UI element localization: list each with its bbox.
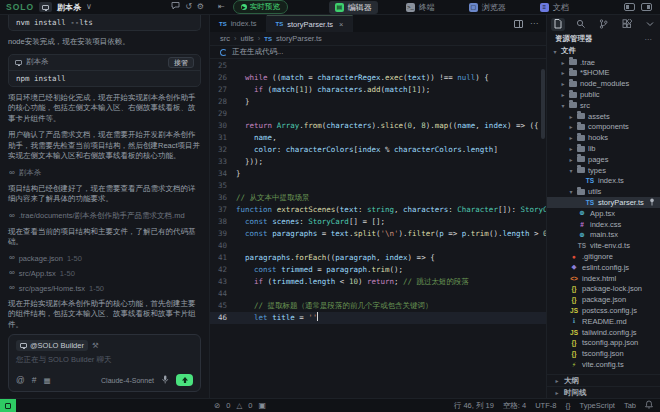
tree-item-*$HOME[interactable]: ▸*$HOME (547, 68, 660, 79)
tree-item-utils[interactable]: ▾utils (547, 186, 660, 197)
file-reference[interactable]: ∞src/App.tsx1-50 (9, 269, 200, 278)
chevron-down-icon[interactable]: ∨ (86, 2, 92, 12)
tree-item-vite-env.d.ts[interactable]: TSvite-env.d.ts (547, 240, 660, 251)
tree-item-lib[interactable]: ▸lib (547, 143, 660, 154)
model-selector[interactable]: Claude-4-Sonnet (101, 377, 154, 384)
file-reference[interactable]: ∞.trae/documents/剧本杀创作助手产品需求文档.md (9, 211, 200, 221)
breadcrumb-utils[interactable]: utils (241, 34, 254, 43)
tree-item-vite.config.ts[interactable]: ⚡vite.config.ts (547, 359, 660, 370)
chevron-down-icon[interactable] (643, 18, 657, 31)
agent-chip[interactable]: @SOLO Builder (16, 340, 88, 351)
terminal-command[interactable]: npm install (9, 71, 200, 86)
file-reference[interactable]: ∞package.json1-50 (9, 254, 200, 263)
code-line[interactable]: 33 })); (210, 156, 546, 168)
image-attach-icon[interactable]: ▦ (43, 376, 50, 385)
take-over-button[interactable]: 接管 (168, 57, 194, 68)
code-line[interactable]: 45 // 提取标题（通常是段落的前几个字或包含关键词） (210, 300, 546, 312)
status-item[interactable]: Tab (624, 401, 636, 410)
tree-item-index.css[interactable]: #index.css (547, 219, 660, 230)
workspace-tab-终端[interactable]: >_终端 (400, 1, 441, 14)
code-line[interactable]: 36// 从文本中提取场景 (210, 192, 546, 204)
editor-tab-storyParser.ts[interactable]: TSstoryParser.ts× (267, 15, 354, 32)
code-line[interactable]: 37function extractScenes(text: string, c… (210, 204, 546, 216)
new-chat-icon[interactable] (171, 1, 180, 13)
tree-item-assets[interactable]: ▸assets (547, 111, 660, 122)
ports-icon[interactable]: ▣ (258, 401, 266, 410)
problems-summary[interactable]: ⊘ 0 △ 0 ▣ (214, 401, 266, 410)
code-line[interactable]: 43 if (trimmed.length < 10) return; // 跳… (210, 276, 546, 288)
code-line[interactable]: 31 name, (210, 132, 546, 144)
status-item[interactable]: {} (565, 401, 570, 410)
tree-item-src[interactable]: ▾src (547, 100, 660, 111)
editor-tab-index.ts[interactable]: TSindex.ts (210, 15, 267, 32)
mic-icon[interactable] (161, 375, 169, 386)
code-line[interactable]: 26 while ((match = characterRegex.exec(t… (210, 72, 546, 84)
solo-mode-toggle[interactable] (39, 2, 52, 12)
tree-item-tsconfig.json[interactable]: {}tsconfig.json (547, 348, 660, 359)
code-line[interactable]: 39 const paragraphs = text.split('\n').f… (210, 228, 546, 240)
status-item[interactable]: 行 46, 列 19 (454, 401, 494, 411)
tree-item-eslint.config.js[interactable]: ◆eslint.config.js (547, 262, 660, 273)
code-line[interactable]: 44 (210, 288, 546, 300)
code-line[interactable]: 25 (210, 60, 546, 72)
code-line[interactable]: 42 const trimmed = paragraph.trim(); (210, 264, 546, 276)
file-reference[interactable]: ∞剧本杀 (9, 168, 200, 178)
extensions-icon[interactable] (620, 18, 634, 31)
tree-item-hooks[interactable]: ▸hooks (547, 132, 660, 143)
tree-item-tsconfig.app.json[interactable]: {}tsconfig.app.json (547, 338, 660, 349)
workspace-tab-文档[interactable]: ≡文档 (534, 1, 575, 14)
tree-item-package-lock.json[interactable]: {}package-lock.json (547, 284, 660, 295)
close-icon[interactable]: × (339, 20, 343, 29)
tree-item-node_modules[interactable]: ▸node_modules (547, 78, 660, 89)
search-icon[interactable] (574, 18, 588, 31)
status-item[interactable]: UTF-8 (535, 401, 556, 410)
workspace-tab-编辑器[interactable]: ▤编辑器 (329, 1, 378, 14)
tree-item-index.ts[interactable]: TSindex.ts (547, 176, 660, 187)
terminal-command[interactable]: nvm install --lts (9, 15, 200, 30)
code-line[interactable]: 34} (210, 168, 546, 180)
history-icon[interactable]: ↺ (185, 2, 192, 12)
workspace-tab-浏览器[interactable]: ▢浏览器 (463, 1, 512, 14)
status-item[interactable]: TypeScript (579, 401, 614, 410)
git-branch-icon[interactable] (597, 18, 611, 31)
workspace-name[interactable]: 剧本杀 (57, 2, 81, 13)
bell-icon[interactable] (645, 400, 653, 411)
chat-input-box[interactable]: @SOLO Builder ⚒ 您正在与 SOLO Builder 聊天 @ #… (8, 334, 201, 392)
live-preview-button[interactable]: ▶ 实时预览 (233, 0, 288, 14)
code-line[interactable]: 30 return Array.from(characters).slice(0… (210, 120, 546, 132)
code-viewport[interactable]: 2526 while ((match = characterRegex.exec… (210, 59, 546, 398)
split-editor-icon[interactable] (514, 20, 523, 28)
tree-item-README.md[interactable]: ℹREADME.md (547, 316, 660, 327)
file-reference[interactable]: ∞src/pages/Home.tsx1-50 (9, 284, 200, 293)
tree-item-pages[interactable]: ▸pages (547, 154, 660, 165)
editor-scrollbar[interactable] (541, 69, 545, 139)
panel-left-icon[interactable] (624, 3, 635, 11)
tree-item-package.json[interactable]: {}package.json (547, 294, 660, 305)
breadcrumb-src[interactable]: src (220, 34, 230, 43)
tree-item-index.html[interactable]: <>index.html (547, 273, 660, 284)
settings-gear-icon[interactable]: ⚙ (197, 2, 204, 12)
code-line[interactable]: 27 if (match[1]) characters.add(match[1]… (210, 84, 546, 96)
tree-item-components[interactable]: ▸components (547, 122, 660, 133)
code-line[interactable]: 40 (210, 240, 546, 252)
tree-item-.trae[interactable]: ▸.trae (547, 57, 660, 68)
code-line[interactable]: 41 paragraphs.forEach((paragraph, index)… (210, 252, 546, 264)
more-actions-icon[interactable]: ··· (645, 35, 653, 44)
tree-item-types[interactable]: ▾types (547, 165, 660, 176)
code-line[interactable]: 38 const scenes: StoryCard[] = []; (210, 216, 546, 228)
tree-item-文件[interactable]: ▾文件 (547, 46, 660, 57)
remote-indicator[interactable] (0, 399, 16, 412)
mention-icon[interactable]: @ (16, 375, 25, 385)
code-line[interactable]: 29 (210, 108, 546, 120)
chat-input-placeholder[interactable]: 您正在与 SOLO Builder 聊天 (16, 355, 193, 374)
code-line[interactable]: 32 color: characterColors[index % charac… (210, 144, 546, 156)
context-hash-icon[interactable]: # (32, 375, 37, 385)
send-button[interactable] (176, 374, 193, 386)
more-actions-icon[interactable]: ⋯ (530, 19, 538, 28)
tree-item-postcss.config.js[interactable]: JSpostcss.config.js (547, 305, 660, 316)
timeline-section[interactable]: ▸ 时间线 (547, 386, 660, 398)
files-icon[interactable] (551, 18, 565, 31)
tree-item-App.tsx[interactable]: ⊛App.tsx (547, 208, 660, 219)
breadcrumb-file[interactable]: storyParser.ts (276, 34, 322, 43)
status-item[interactable]: 空格: 4 (503, 401, 526, 411)
